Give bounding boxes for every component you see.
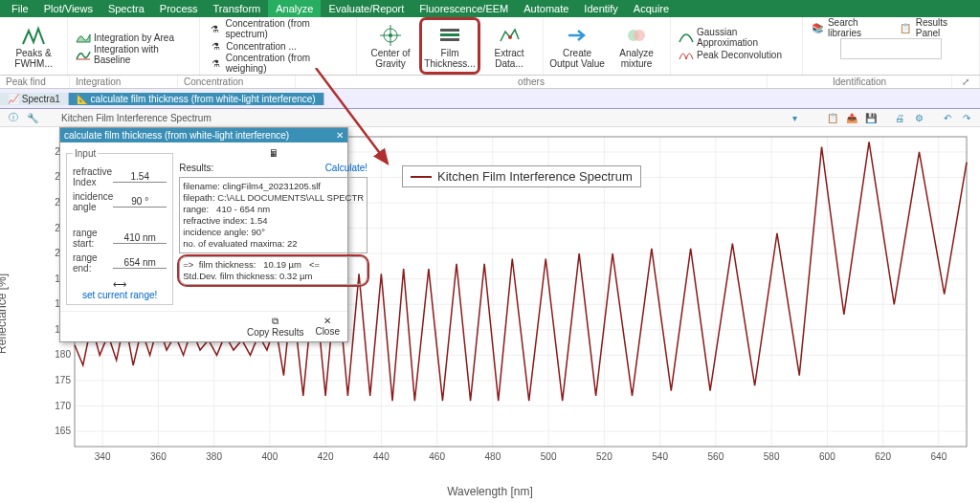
close-button[interactable]: ✕Close bbox=[315, 316, 340, 338]
results-text: filename: clingFilm4_20231205.slf filepa… bbox=[179, 177, 368, 253]
ribbon-group-labels: Peak find Integration Concentration othe… bbox=[0, 76, 980, 89]
flask-icon: ⚗ bbox=[208, 21, 222, 36]
menu-fluorescenceeem[interactable]: Fluorescence/EEM bbox=[412, 0, 516, 17]
search-input[interactable] bbox=[840, 38, 942, 59]
deconv-icon bbox=[679, 47, 694, 62]
incidence-angle-field[interactable]: 90 ° bbox=[113, 196, 167, 208]
svg-rect-5 bbox=[440, 29, 459, 32]
conc-spectrum-button[interactable]: ⚗Concentration (from spectrum) bbox=[204, 20, 352, 37]
menu-file[interactable]: File bbox=[4, 0, 36, 17]
svg-text:340: 340 bbox=[95, 451, 111, 462]
dialog-titlebar[interactable]: calculate film thickness (from white-lig… bbox=[60, 128, 347, 142]
svg-rect-6 bbox=[440, 33, 459, 36]
x-axis-label: Wavelength [nm] bbox=[447, 485, 533, 498]
extract-data-button[interactable]: Extract Data... bbox=[479, 18, 539, 74]
svg-text:520: 520 bbox=[596, 451, 612, 462]
menu-analyze[interactable]: Analyze bbox=[268, 0, 321, 17]
mixture-icon bbox=[626, 23, 647, 48]
svg-text:480: 480 bbox=[485, 451, 501, 462]
analyze-mixture-button[interactable]: Analyze mixture bbox=[607, 18, 666, 74]
range-icon[interactable]: ⟷ bbox=[73, 279, 167, 290]
gaussian-button[interactable]: Gaussian Approximation bbox=[675, 29, 798, 46]
menu-transform[interactable]: Transform bbox=[206, 0, 269, 17]
books-icon: 📚 bbox=[811, 20, 825, 35]
area-icon bbox=[76, 30, 91, 45]
menu-automate[interactable]: Automate bbox=[516, 0, 576, 17]
center-gravity-button[interactable]: Center of Gravity bbox=[361, 18, 420, 74]
svg-text:620: 620 bbox=[875, 451, 891, 462]
tab-spectra1[interactable]: 📈 Spectra1 bbox=[0, 93, 69, 105]
results-panel-button[interactable]: 📋Results Panel bbox=[895, 19, 975, 36]
ribbon: Peaks & FWHM... Integration by Area Inte… bbox=[0, 17, 980, 76]
calculator-icon[interactable]: 🖩 bbox=[179, 148, 368, 159]
film-thickness-dialog: calculate film thickness (from white-lig… bbox=[59, 127, 348, 342]
svg-text:165: 165 bbox=[55, 426, 71, 436]
copy-icon: ⧉ bbox=[272, 316, 278, 327]
menu-bar: FilePlot/ViewsSpectraProcessTransformAna… bbox=[0, 0, 980, 17]
search-libraries-button[interactable]: 📚Search libraries bbox=[807, 19, 895, 36]
svg-text:500: 500 bbox=[541, 451, 557, 462]
menu-identify[interactable]: Identify bbox=[576, 0, 625, 17]
copy-results-button[interactable]: ⧉Copy Results bbox=[247, 316, 303, 338]
chart-area: Reflectance [%] Wavelength [nm] 16517017… bbox=[0, 127, 980, 500]
range-start-field[interactable]: 410 nm bbox=[113, 232, 167, 244]
svg-text:400: 400 bbox=[262, 451, 278, 462]
svg-point-8 bbox=[508, 35, 512, 39]
layers-icon bbox=[438, 23, 461, 48]
peaks-fwhm-button[interactable]: Peaks & FWHM... bbox=[4, 18, 63, 74]
redo-icon[interactable]: ↷ bbox=[959, 110, 974, 125]
legend-label: Kitchen Film Interference Spectrum bbox=[437, 169, 633, 184]
svg-point-10 bbox=[634, 30, 645, 41]
menu-spectra[interactable]: Spectra bbox=[100, 0, 152, 17]
menu-process[interactable]: Process bbox=[152, 0, 206, 17]
input-legend: Input bbox=[73, 148, 98, 159]
flask-icon: ⚗ bbox=[208, 55, 222, 71]
document-title: Kitchen Film Interference Spectrum bbox=[61, 113, 212, 123]
target-icon bbox=[380, 23, 401, 48]
svg-text:170: 170 bbox=[55, 401, 71, 411]
tab-film-thickness-dialog[interactable]: 📐 calculate film thickness (from white-l… bbox=[69, 93, 324, 105]
legend-color-swatch bbox=[411, 176, 432, 178]
dropdown-icon[interactable]: ▾ bbox=[787, 110, 802, 125]
gaussian-icon bbox=[679, 30, 694, 45]
refractive-index-field[interactable]: 1.54 bbox=[113, 171, 167, 183]
info-icon[interactable]: ⓘ bbox=[6, 110, 21, 125]
set-range-button[interactable]: set current range! bbox=[73, 290, 167, 300]
extract-icon bbox=[499, 23, 520, 48]
calculate-button[interactable]: Calculate! bbox=[325, 163, 368, 173]
svg-text:540: 540 bbox=[652, 451, 668, 462]
svg-text:560: 560 bbox=[708, 451, 724, 462]
svg-text:180: 180 bbox=[55, 349, 71, 360]
copy-icon[interactable]: 📋 bbox=[825, 110, 840, 125]
tool-icon[interactable]: 🔧 bbox=[25, 110, 40, 125]
close-icon[interactable]: ✕ bbox=[336, 130, 344, 141]
svg-text:600: 600 bbox=[819, 451, 835, 462]
close-icon: ✕ bbox=[323, 316, 331, 326]
baseline-icon bbox=[76, 47, 91, 62]
svg-text:580: 580 bbox=[764, 451, 780, 462]
svg-text:380: 380 bbox=[206, 451, 222, 462]
legend: Kitchen Film Interference Spectrum bbox=[402, 165, 641, 187]
range-end-field[interactable]: 654 nm bbox=[113, 257, 167, 269]
flask-icon: ⚗ bbox=[208, 38, 223, 54]
settings-icon[interactable]: ⚙ bbox=[911, 110, 926, 125]
export-icon[interactable]: 📤 bbox=[844, 110, 859, 125]
film-thickness-button[interactable]: Film Thickness... bbox=[420, 18, 479, 74]
svg-text:360: 360 bbox=[150, 451, 167, 462]
conc-weighing-button[interactable]: ⚗Concentration (from weighing) bbox=[204, 55, 352, 72]
peak-deconv-button[interactable]: Peak Deconvolution bbox=[675, 46, 786, 63]
svg-text:460: 460 bbox=[429, 451, 445, 462]
menu-plotviews[interactable]: Plot/Views bbox=[36, 0, 100, 17]
save-icon[interactable]: 💾 bbox=[863, 110, 879, 125]
film-thickness-result: => film thickness: 10.19 µm <= Std.Dev. … bbox=[179, 256, 368, 285]
menu-evaluatereport[interactable]: Evaluate/Report bbox=[321, 0, 412, 17]
menu-acquire[interactable]: Acquire bbox=[626, 0, 677, 17]
peak-icon bbox=[21, 23, 46, 48]
create-output-button[interactable]: Create Output Value bbox=[547, 18, 607, 74]
panel-icon: 📋 bbox=[899, 20, 913, 35]
print-icon[interactable]: 🖨 bbox=[892, 110, 907, 125]
arrow-right-icon bbox=[567, 23, 588, 48]
integration-baseline-button[interactable]: Integration with Baseline bbox=[72, 46, 195, 63]
undo-icon[interactable]: ↶ bbox=[940, 110, 955, 125]
svg-text:175: 175 bbox=[55, 375, 71, 385]
